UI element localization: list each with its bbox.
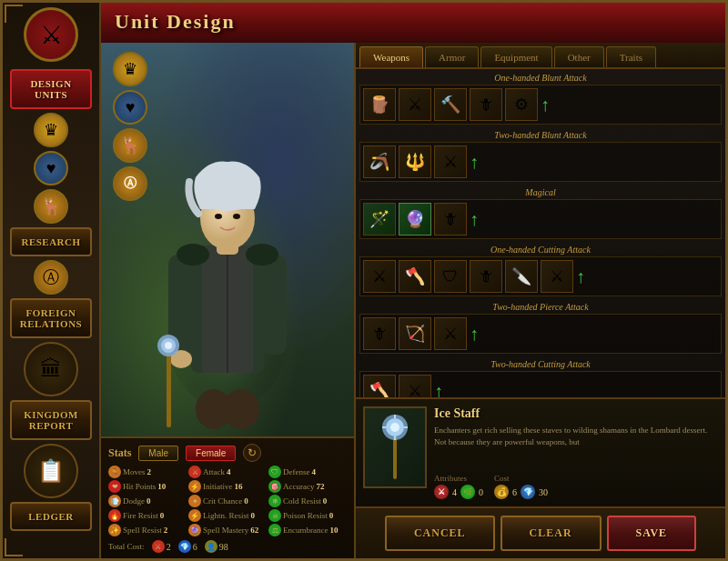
clear-button[interactable]: Clear xyxy=(500,516,602,551)
weapon-slot-selected[interactable]: 🔮 xyxy=(399,203,431,235)
stat-defense: 🛡 Defense 4 xyxy=(268,466,347,478)
sidebar-item-crown-icon[interactable]: ♛ xyxy=(34,113,68,147)
stats-label: Stats xyxy=(108,446,131,460)
character-deer-icon[interactable]: 🦌 xyxy=(113,128,147,163)
gender-male-button[interactable]: Male xyxy=(138,446,178,461)
one-handed-blunt-items: 🪵 ⚔ 🔨 🗡 ⚙ ↑ xyxy=(359,85,722,125)
stat-spell-mastery: 🔮 Spell Mastery 62 xyxy=(188,524,267,536)
cost-gold: ⚔ 2 xyxy=(152,540,171,553)
initiative-icon: ⚡ xyxy=(188,480,201,493)
sidebar-item-kingdom-report[interactable]: Kingdom Report xyxy=(10,400,92,440)
category-one-handed-blunt: One-handed Blunt Attack 🪵 ⚔ 🔨 🗡 ⚙ ↑ xyxy=(359,73,722,125)
weapon-slot[interactable]: ⚔ xyxy=(434,145,467,178)
weapons-list[interactable]: One-handed Blunt Attack 🪵 ⚔ 🔨 🗡 ⚙ ↑ Two-… xyxy=(356,69,725,397)
attack-icon: ⚔ xyxy=(188,466,201,478)
weapon-slot[interactable]: 🛡 xyxy=(434,260,467,293)
main-window: ⚔ Design Units ♛ ♥ 🦌 Research Ⓐ Foreign … xyxy=(0,0,728,561)
svg-point-16 xyxy=(233,214,240,219)
sidebar-item-kingdom-icon[interactable]: 🏛 xyxy=(24,342,78,396)
category-one-handed-blunt-label: One-handed Blunt Attack xyxy=(359,73,722,83)
refresh-button[interactable]: ↻ xyxy=(243,444,261,462)
stats-header: Stats Male Female ↻ xyxy=(108,444,347,462)
weapon-slot[interactable]: ⚔ xyxy=(363,260,396,293)
category-one-handed-cutting: One-handed Cutting Attack ⚔ 🪓 🛡 🗡 🔪 ⚔ ↑ xyxy=(359,245,722,296)
upgrade-arrow: ↑ xyxy=(470,153,479,171)
category-magical: Magical 🪄 🔮 🗡 ↑ xyxy=(359,187,722,239)
sidebar-item-ledger-icon[interactable]: 📋 xyxy=(24,444,78,498)
tab-armor[interactable]: Armor xyxy=(425,46,479,67)
weapon-slot[interactable]: ⚔ xyxy=(434,317,467,350)
character-class-icon[interactable]: ♛ xyxy=(113,52,147,86)
cost-values: 💰 6 💎 30 xyxy=(494,485,548,499)
weapon-slot[interactable]: 🪃 xyxy=(363,145,396,178)
category-magical-label: Magical xyxy=(359,187,722,197)
stat-hitpoints: ❤ Hit Points 10 xyxy=(108,480,187,493)
two-handed-cutting-items: 🪓 ⚔ ↑ xyxy=(359,371,722,397)
stat-accuracy: 🎯 Accuracy 72 xyxy=(268,480,347,493)
weapon-slot[interactable]: 🗡 xyxy=(470,88,502,121)
attr-sword-value: 4 xyxy=(452,487,457,497)
two-handed-blunt-items: 🪃 🔱 ⚔ ↑ xyxy=(359,142,722,182)
tab-other[interactable]: Other xyxy=(554,46,604,67)
stat-fire-resist: 🔥 Fire Resist 0 xyxy=(108,509,187,522)
character-heart-icon[interactable]: ♥ xyxy=(113,90,147,125)
sidebar-item-research-icon[interactable]: Ⓐ xyxy=(34,260,68,295)
item-stats-row: Attributes ⚔ 4 🌿 0 Cost xyxy=(434,474,718,499)
tab-weapons[interactable]: Weapons xyxy=(359,46,423,67)
category-two-handed-pierce: Two-handed Pierce Attack 🗡 🏹 ⚔ ↑ xyxy=(359,302,722,354)
sidebar: ⚔ Design Units ♛ ♥ 🦌 Research Ⓐ Foreign … xyxy=(3,3,101,558)
weapon-slot[interactable]: 🗡 xyxy=(470,260,502,293)
cancel-button[interactable]: Cancel xyxy=(385,516,495,551)
svg-point-18 xyxy=(177,244,209,265)
weapon-slot[interactable]: 🪓 xyxy=(363,375,396,397)
svg-point-19 xyxy=(246,244,278,265)
weapon-slot[interactable]: ⚔ xyxy=(399,375,431,397)
weapon-slot[interactable]: ⚙ xyxy=(505,88,538,121)
item-icon-large xyxy=(363,406,427,488)
tab-equipment[interactable]: Equipment xyxy=(480,46,551,67)
weapon-slot[interactable]: 🔨 xyxy=(434,88,467,121)
content-row: ♛ ♥ 🦌 Ⓐ xyxy=(101,43,725,558)
stat-attack: ⚔ Attack 4 xyxy=(188,466,267,478)
weapon-slot[interactable]: 🏹 xyxy=(399,317,431,350)
gender-female-button[interactable]: Female xyxy=(186,446,236,461)
weapon-slot[interactable]: 🗡 xyxy=(363,317,396,350)
sidebar-item-deer-icon[interactable]: 🦌 xyxy=(34,189,68,224)
sidebar-item-research[interactable]: Research xyxy=(10,227,92,256)
stat-dodge: 💨 Dodge 0 xyxy=(108,495,187,507)
stats-grid: 🏃 Moves 2 ⚔ Attack 4 🛡 Defense 4 xyxy=(108,466,347,536)
character-a-icon[interactable]: Ⓐ xyxy=(113,166,147,201)
weapon-slot[interactable]: 🪓 xyxy=(399,260,431,293)
stats-panel: Stats Male Female ↻ 🏃 Moves 2 ⚔ xyxy=(101,436,354,558)
tab-traits[interactable]: Traits xyxy=(606,46,656,67)
weapon-slot[interactable]: 🔱 xyxy=(399,145,431,178)
upgrade-arrow: ↑ xyxy=(541,95,550,114)
save-button[interactable]: Save xyxy=(607,516,696,551)
accuracy-icon: 🎯 xyxy=(268,480,281,493)
poison-resist-icon: ☠ xyxy=(268,509,281,522)
right-panel: Weapons Armor Equipment Other Traits One… xyxy=(356,43,725,558)
item-name: Ice Staff xyxy=(434,406,718,421)
corner-tl xyxy=(5,5,23,23)
stat-lightning-resist: ⚡ Lightn. Resist 0 xyxy=(188,509,267,522)
svg-point-2 xyxy=(223,389,259,429)
weapon-slot[interactable]: 🪄 xyxy=(363,203,396,235)
weapon-slot[interactable]: 🗡 xyxy=(434,203,467,235)
weapon-slot[interactable]: 🔪 xyxy=(505,260,538,293)
cost-gold-value: 6 xyxy=(512,487,517,497)
logo-icon: ⚔ xyxy=(40,20,63,50)
sidebar-item-heart-icon[interactable]: ♥ xyxy=(34,151,68,185)
sidebar-item-design-units[interactable]: Design Units xyxy=(10,69,92,109)
svg-rect-9 xyxy=(167,346,171,427)
cost-mana: 💎 6 xyxy=(178,540,197,553)
svg-point-23 xyxy=(390,423,399,432)
lightning-resist-icon: ⚡ xyxy=(188,509,201,522)
weapon-slot[interactable]: ⚔ xyxy=(399,88,431,121)
weapon-slot[interactable]: ⚔ xyxy=(541,260,573,293)
character-icons: ♛ ♥ 🦌 Ⓐ xyxy=(106,47,155,205)
sidebar-item-foreign-relations[interactable]: Foreign Relations xyxy=(10,298,92,338)
sidebar-item-ledger[interactable]: Ledger xyxy=(10,502,92,531)
item-attributes-group: Attributes ⚔ 4 🌿 0 xyxy=(434,474,483,499)
category-two-handed-pierce-label: Two-handed Pierce Attack xyxy=(359,302,722,312)
weapon-slot[interactable]: 🪵 xyxy=(363,88,396,121)
